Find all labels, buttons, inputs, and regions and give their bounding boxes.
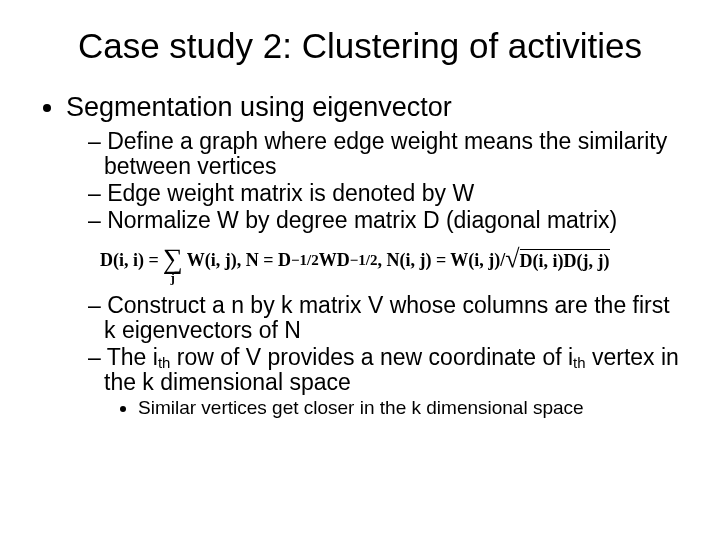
bullet-list-level2: Define a graph where edge weight means t… [66, 129, 680, 232]
list-item: The ith row of V provides a new coordina… [88, 345, 680, 419]
l2-text: Edge weight matrix is denoted by W [107, 180, 474, 206]
formula-part: , N(i, j) = W(i, j)/ [377, 250, 505, 271]
l2-text: Normalize W by degree matrix D (diagonal… [107, 207, 617, 233]
l1-text: Segmentation using eigenvector [66, 92, 452, 122]
formula: D(i, i) = ∑ j W(i, j), N = D−1/2 WD−1/2 … [100, 242, 680, 279]
bullet-list-level1: Segmentation using eigenvector Define a … [40, 92, 680, 419]
subscript-th: th [158, 354, 170, 371]
slide: Case study 2: Clustering of activities S… [0, 0, 720, 540]
list-item: Define a graph where edge weight means t… [88, 129, 680, 179]
l3-text: Similar vertices get closer in the k dim… [138, 397, 584, 418]
bullet-list-level3: Similar vertices get closer in the k dim… [104, 397, 680, 420]
l2-text: The i [107, 344, 158, 370]
formula-part: W(i, j), N = D [187, 250, 291, 271]
formula-part: WD [319, 250, 350, 271]
formula-part: D(i, i) = [100, 250, 159, 271]
formula-radicand: D(i, i)D(j, j) [520, 249, 610, 272]
list-item: Normalize W by degree matrix D (diagonal… [88, 208, 680, 233]
slide-title: Case study 2: Clustering of activities [40, 26, 680, 66]
list-item: Segmentation using eigenvector Define a … [66, 92, 680, 419]
list-item: Edge weight matrix is denoted by W [88, 181, 680, 206]
l2-text: Define a graph where edge weight means t… [104, 128, 667, 179]
formula-exp: −1/2 [291, 252, 319, 269]
list-item: Construct a n by k matrix V whose column… [88, 293, 680, 343]
sqrt-icon: √D(i, i)D(j, j) [505, 246, 609, 276]
list-item: Similar vertices get closer in the k dim… [138, 397, 680, 420]
sigma-icon: ∑ j [163, 246, 183, 283]
l2-text: row of V provides a new coordinate of i [170, 344, 573, 370]
l2-text: Construct a n by k matrix V whose column… [104, 292, 670, 343]
formula-exp: −1/2 [350, 252, 378, 269]
sigma-subscript: j [171, 272, 175, 284]
subscript-th: th [573, 354, 585, 371]
bullet-list-level2: Construct a n by k matrix V whose column… [66, 293, 680, 419]
